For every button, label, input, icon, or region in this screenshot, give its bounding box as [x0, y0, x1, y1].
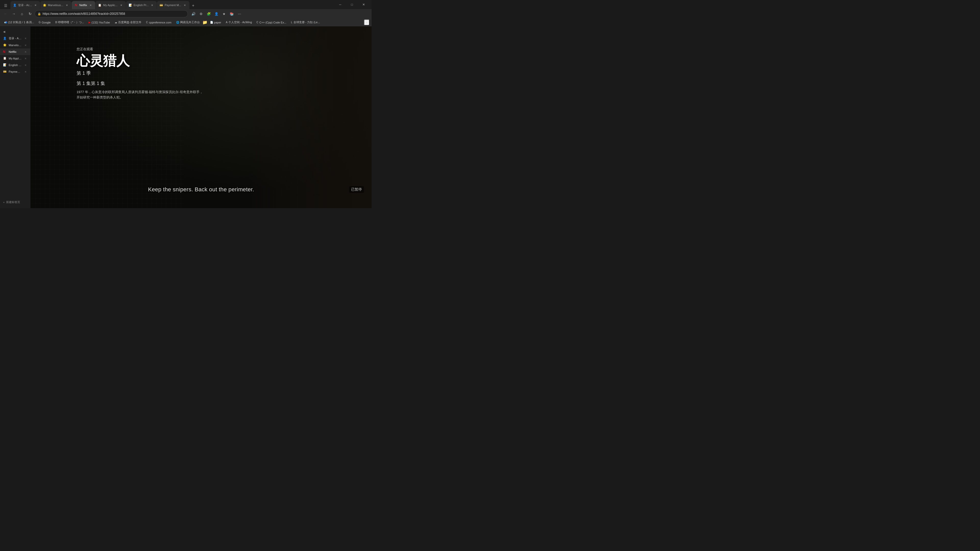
back-button[interactable]: ← — [2, 10, 9, 17]
bookmark-folder-1[interactable]: 📁 — [202, 20, 207, 25]
extensions-icon[interactable]: 🧩 — [205, 10, 212, 17]
sidebar-item-english[interactable]: 📝 English Pr... ✕ — [0, 62, 30, 68]
bookmark-youtube-label: (132) YouTube — [92, 21, 110, 24]
bookmark-bilibili-label: 哔哩哔哩（*・）つ... — [58, 21, 84, 24]
sidebar-item-login[interactable]: 👤 登录 - Ac... ✕ — [0, 35, 30, 42]
favorites-icon[interactable]: ★ — [221, 10, 228, 17]
tab-english-close[interactable]: ✕ — [150, 3, 154, 7]
settings-icon-1[interactable]: ⚙ — [197, 10, 205, 17]
sidebar-item-payment[interactable]: 💳 Payment M... ✕ — [0, 68, 30, 75]
minimize-button[interactable]: ─ — [334, 0, 346, 9]
tab-marvelous[interactable]: 🌟 Marvelous... ✕ — [40, 1, 72, 9]
sidebar-payment-close[interactable]: ✕ — [24, 70, 27, 73]
tab-payment[interactable]: 💳 Payment M... ✕ — [157, 1, 189, 9]
tab-netflix-title: Netflix — [80, 3, 87, 6]
sidebar-netflix-close[interactable]: ✕ — [24, 50, 27, 54]
plus-icon: + — [3, 201, 5, 204]
bookmark-netease-label: 网易见外工作台 — [180, 21, 200, 24]
new-tab-button[interactable]: + — [189, 2, 197, 9]
sidebar-login-close[interactable]: ✕ — [24, 37, 27, 40]
tab-english-title: English Pr... — [134, 3, 149, 6]
tabs-row: ☰ 👤 登录 - Ac... ✕ 🌟 Marvelous... ✕ N Netf… — [0, 0, 372, 9]
sidebar-new-tab[interactable]: + 新建标签页 — [0, 198, 30, 206]
tab-login-close[interactable]: ✕ — [33, 3, 38, 7]
sidebar-payment-label: Payment M... — [9, 70, 22, 73]
home-button[interactable]: ⌂ — [18, 10, 25, 17]
bookmark-cppreference[interactable]: C cppreference.com — [144, 19, 173, 25]
cpp-icon: C — [256, 21, 258, 24]
content-overlay: 您正在观看 心灵猎人 第 1 季 第 1 集第 1 集 1977 年，心灰意冷的… — [76, 47, 204, 100]
bookmark-cpp-code[interactable]: C C++ (Cpp) Code Ex... — [255, 19, 288, 25]
read-aloud-icon[interactable]: 🔊 — [190, 10, 197, 17]
close-button[interactable]: ✕ — [358, 0, 369, 9]
bookmark-baidu[interactable]: ☁ 百度网盘-全部文件 — [113, 19, 144, 25]
bookmark-youtube[interactable]: ▶ (132) YouTube — [86, 19, 112, 25]
bookmark-paper-label: paper — [214, 21, 221, 24]
tab-login[interactable]: 👤 登录 - Ac... ✕ — [11, 1, 40, 9]
sidebar-myapp-close[interactable]: ✕ — [24, 57, 27, 60]
tab-english[interactable]: 📝 English Pr... ✕ — [126, 1, 157, 9]
sidebar-marvelous-close[interactable]: ✕ — [24, 43, 27, 47]
tab-marvelous-close[interactable]: ✕ — [65, 3, 69, 7]
tab-myapp-title: My Applic... — [103, 3, 118, 6]
bookmark-leetcode[interactable]: L 全球竞赛 - 力扣 (Le... — [289, 19, 322, 25]
collections-icon[interactable]: 📚 — [228, 10, 235, 17]
lock-icon: 🔒 — [38, 12, 41, 16]
address-bar-row: ← → ⌂ ↻ 🔒 https://www.netflix.com/watch/… — [0, 9, 372, 18]
tab-payment-close[interactable]: ✕ — [183, 3, 187, 7]
sidebar-netflix-favicon: N — [3, 50, 6, 54]
tab-payment-favicon: 💳 — [159, 3, 163, 7]
maximize-button[interactable]: □ — [346, 0, 358, 9]
address-bar[interactable]: 🔒 https://www.netflix.com/watch/80114856… — [35, 10, 188, 17]
bookmark-google-label: Google — [41, 21, 51, 24]
bookmark-email-label: (12 封私信 / 1 条消... — [8, 21, 34, 24]
subtitle-bar: Keep the snipers. Back out the perimeter… — [30, 186, 372, 193]
browser-chrome: ☰ 👤 登录 - Ac... ✕ 🌟 Marvelous... ✕ N Netf… — [0, 0, 372, 27]
tab-myapp-favicon: 📋 — [98, 3, 102, 7]
google-icon: G — [38, 21, 41, 24]
youtube-icon: ▶ — [89, 21, 91, 24]
tab-netflix[interactable]: N Netflix ✕ — [72, 1, 95, 9]
bilibili-icon: B — [56, 21, 57, 24]
more-icon[interactable]: ⋯ — [236, 10, 243, 17]
paper-icon: 📄 — [210, 21, 213, 24]
sidebar-english-label: English Pr... — [9, 64, 22, 67]
tab-myapp-close[interactable]: ✕ — [119, 3, 123, 7]
acwing-icon: A — [226, 21, 228, 24]
main-content: ◀ 👤 登录 - Ac... ✕ 🌟 Marvelous... ✕ N Netf… — [0, 27, 372, 208]
refresh-button[interactable]: ↻ — [27, 10, 34, 17]
bookmark-acwing-label: 个人空间 - AcWing — [228, 21, 252, 24]
sidebar-login-favicon: 👤 — [3, 37, 6, 40]
email-icon: 📬 — [4, 21, 7, 24]
sidebar-toggle-button[interactable]: ☰ — [2, 2, 9, 9]
bookmark-bilibili[interactable]: B 哔哩哔哩（*・）つ... — [53, 19, 86, 25]
bookmark-paper[interactable]: 📄 paper — [208, 19, 223, 25]
sidebar-myapp-label: My Applic... — [9, 57, 22, 60]
tab-netflix-close[interactable]: ✕ — [89, 3, 93, 7]
bookmark-netease[interactable]: 🌐 网易见外工作台 — [174, 19, 202, 25]
cppreference-icon: C — [146, 21, 148, 24]
toolbar-icons: 🔊 ⚙ 🧩 👤 ★ 📚 ⋯ — [190, 10, 243, 17]
netease-icon: 🌐 — [176, 21, 179, 24]
description-text: 1977 年，心灰意冷的联邦调查局人质谈判员霍顿·福特与资深探员比尔·坦奇意外联… — [76, 89, 204, 100]
sidebar-myapp-favicon: 📋 — [3, 57, 6, 60]
forward-button[interactable]: → — [10, 10, 18, 17]
sidebar-item-marvelous[interactable]: 🌟 Marvelous... ✕ — [0, 42, 30, 48]
sidebar-english-close[interactable]: ✕ — [24, 63, 27, 67]
video-area[interactable]: 您正在观看 心灵猎人 第 1 季 第 1 集第 1 集 1977 年，心灰意冷的… — [30, 27, 372, 208]
sidebar-item-netflix[interactable]: N Netflix ✕ — [0, 48, 30, 55]
bookmarks-more-button[interactable]: » — [364, 19, 369, 25]
bookmark-google[interactable]: G Google — [37, 19, 52, 25]
sidebar: ◀ 👤 登录 - Ac... ✕ 🌟 Marvelous... ✕ N Netf… — [0, 27, 30, 208]
profile-icon[interactable]: 👤 — [213, 10, 220, 17]
bookmark-email[interactable]: 📬 (12 封私信 / 1 条消... — [2, 19, 36, 25]
tab-netflix-favicon: N — [74, 3, 78, 7]
sidebar-collapse-button[interactable]: ◀ — [0, 29, 30, 35]
tab-myapp[interactable]: 📋 My Applic... ✕ — [95, 1, 126, 9]
collapse-icon: ◀ — [3, 30, 5, 33]
episode-info: 第 1 集第 1 集 — [76, 80, 204, 86]
new-tab-label: 新建标签页 — [6, 200, 20, 204]
bookmark-acwing[interactable]: A 个人空间 - AcWing — [224, 19, 254, 25]
sidebar-item-myapp[interactable]: 📋 My Applic... ✕ — [0, 55, 30, 62]
tab-payment-title: Payment M... — [165, 3, 181, 6]
